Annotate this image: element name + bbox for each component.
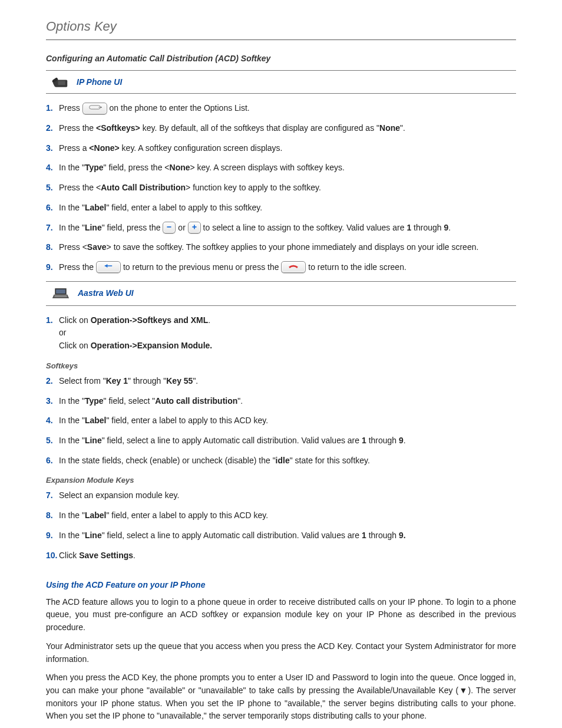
text: Click <box>59 551 79 560</box>
text: key. By default, all of the softkeys tha… <box>140 123 379 133</box>
text: . <box>133 551 135 560</box>
text: " field, enter a label to apply to this … <box>106 416 268 425</box>
svg-marker-8 <box>105 264 108 268</box>
text: Label <box>85 416 107 425</box>
text: 9. <box>399 531 406 540</box>
text: > function key to apply to the softkey. <box>186 183 321 192</box>
text: " field, press the <box>102 223 163 232</box>
aastra-web-ui-label: Aastra Web UI <box>78 288 134 299</box>
text: Press a <box>59 143 89 153</box>
text: to select a line to assign to the softke… <box>203 223 407 232</box>
svg-rect-9 <box>56 289 65 294</box>
text: Click on <box>59 341 91 350</box>
text: In the " <box>59 510 85 520</box>
svg-rect-10 <box>54 295 67 297</box>
using-acd-heading: Using the ACD Feature on your IP Phone <box>46 579 516 591</box>
text: Select from " <box>59 376 106 386</box>
text: <Softkeys> <box>96 123 140 133</box>
text: Auto call distribution <box>155 396 237 406</box>
hangup-key-icon <box>281 261 306 273</box>
text: ". <box>193 376 198 386</box>
text: Click on <box>59 315 91 325</box>
text: Label <box>85 510 107 520</box>
text: " field, select a line to apply Automati… <box>102 436 362 445</box>
text: In the " <box>59 416 85 425</box>
web-ui-steps: 1. Click on Operation->Softkeys and XML.… <box>46 314 516 353</box>
options-key-icon <box>82 103 107 114</box>
text: In the " <box>59 203 85 212</box>
softkeys-subheading: Softkeys <box>46 361 516 371</box>
paragraph: The ACD feature allows you to login to a… <box>46 596 516 634</box>
text: Press the <box>59 123 96 133</box>
text: Select an expansion module key. <box>59 490 179 500</box>
ip-phone-steps: 1. Press on the phone to enter the Optio… <box>46 102 516 274</box>
text: " field, enter a label to apply to this … <box>106 203 262 212</box>
text: Auto Call Distribution <box>101 183 186 192</box>
text: or <box>59 328 66 337</box>
text: idle <box>276 456 290 465</box>
text: " through " <box>128 376 166 386</box>
text: 9 <box>399 436 404 445</box>
text: In the " <box>59 223 85 232</box>
minus-key-icon <box>163 222 176 233</box>
text: Line <box>85 531 102 540</box>
text: None <box>170 163 190 172</box>
text: on the phone to enter the Options List. <box>110 103 250 113</box>
phone-icon <box>52 75 68 88</box>
page-title: Options Key <box>46 18 516 40</box>
text: through <box>366 531 399 540</box>
text: Save <box>87 242 107 252</box>
text: Type <box>85 396 104 406</box>
ip-phone-ui-header: IP Phone UI <box>46 70 516 94</box>
text: Press the < <box>59 183 101 192</box>
text: Operation->Expansion Module. <box>91 341 213 350</box>
web-softkeys-steps: 2. Select from "Key 1" through "Key 55".… <box>46 375 516 467</box>
section-heading-acd-softkey: Configuring an Automatic Call Distributi… <box>46 53 516 65</box>
text: Line <box>85 436 102 445</box>
text: 1 <box>362 436 366 445</box>
svg-rect-4 <box>167 226 171 228</box>
text: " field, enter a label to apply to this … <box>106 510 268 520</box>
text: In the state fields, check (enable) or u… <box>59 456 276 465</box>
text: " state for this softkey. <box>290 456 370 465</box>
text: or <box>178 223 187 232</box>
svg-rect-0 <box>58 81 65 85</box>
back-key-icon <box>96 261 121 273</box>
paragraph: Your Administrator sets up the queue tha… <box>46 640 516 666</box>
text: Key 1 <box>106 376 128 386</box>
text: . <box>404 436 406 445</box>
text: " field, press the < <box>104 163 170 172</box>
text: ". <box>400 123 405 133</box>
aastra-web-ui-header: Aastra Web UI <box>46 281 516 306</box>
text: In the " <box>59 163 85 172</box>
text: In the " <box>59 436 85 445</box>
text: Press < <box>59 242 87 252</box>
text: to return to the idle screen. <box>308 262 406 272</box>
svg-point-3 <box>101 107 102 108</box>
text: Operation->Softkeys and XML <box>91 315 209 325</box>
paragraph: When you press the ACD Key, the phone pr… <box>46 671 516 723</box>
text: Press the <box>59 262 96 272</box>
text: through <box>411 223 444 232</box>
text: Type <box>85 163 104 172</box>
text: . <box>208 315 210 325</box>
text: Key 55 <box>166 376 193 386</box>
text: Line <box>85 223 102 232</box>
text: In the " <box>59 396 85 406</box>
text: > to save the softkey. The softkey appli… <box>107 242 479 252</box>
text: > key. A screen displays with softkey ke… <box>190 163 345 172</box>
text: " field, select " <box>104 396 156 406</box>
web-expansion-steps: 7.Select an expansion module key. 8. In … <box>46 489 516 562</box>
text: <None> <box>89 143 119 153</box>
text: In the " <box>59 531 85 540</box>
text: None <box>379 123 400 133</box>
text: Label <box>85 203 107 212</box>
expansion-subheading: Expansion Module Keys <box>46 475 516 486</box>
text: to return to the previous menu or press … <box>123 262 281 272</box>
text: through <box>366 436 399 445</box>
laptop-icon <box>52 286 70 301</box>
text: 1 <box>362 531 366 540</box>
text: Save Settings <box>79 551 133 560</box>
plus-key-icon <box>188 222 201 233</box>
text: ". <box>237 396 243 406</box>
